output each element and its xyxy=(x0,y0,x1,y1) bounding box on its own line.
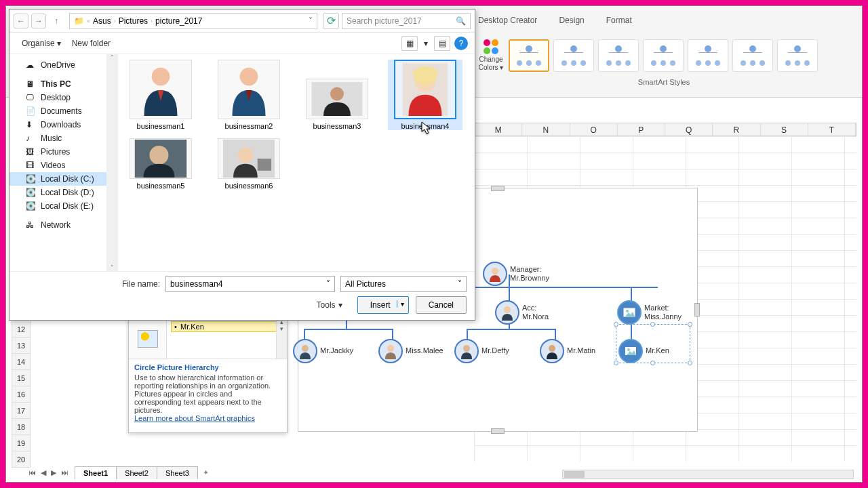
breadcrumb-segment[interactable]: picture_2017 xyxy=(155,16,202,26)
breadcrumb-dropdown[interactable]: ˅ xyxy=(309,16,313,26)
tree-disk-c[interactable]: 💽Local Disk (C:) xyxy=(9,172,117,186)
breadcrumb-segment[interactable]: Pictures xyxy=(119,16,148,26)
breadcrumb-segment[interactable]: Asus xyxy=(93,16,111,26)
forward-button[interactable]: → xyxy=(31,14,46,28)
smartart-style-3[interactable] xyxy=(598,39,639,72)
sheet-nav-next[interactable]: ▶ xyxy=(49,468,58,477)
tree-disk-e[interactable]: 💽Local Disk (E:) xyxy=(9,199,117,213)
row-13[interactable]: 13 xyxy=(12,338,31,354)
file-businessman6[interactable]: businessman6 xyxy=(212,138,286,190)
tree-network[interactable]: 🖧Network xyxy=(9,218,117,232)
avatar xyxy=(495,300,519,325)
org-node-manager[interactable]: Manager:Mr.Brownny xyxy=(483,262,549,286)
file-businessman5[interactable]: businessman5 xyxy=(123,138,198,190)
smartart-style-6[interactable] xyxy=(732,39,773,72)
col-o[interactable]: O xyxy=(570,123,618,136)
col-s[interactable]: S xyxy=(761,123,808,136)
col-m[interactable]: M xyxy=(475,123,522,136)
tree-downloads[interactable]: ⬇Downloads xyxy=(9,118,117,131)
organise-button[interactable]: Organise ▾ xyxy=(16,37,66,50)
tree-desktop[interactable]: 🖵Desktop xyxy=(9,91,117,104)
org-node-jackky[interactable]: Mr.Jackky xyxy=(293,339,353,363)
row-18[interactable]: 18 xyxy=(12,419,31,435)
tree-music[interactable]: ♪Music xyxy=(9,131,117,145)
org-node-malee[interactable]: Miss.Malee xyxy=(378,339,443,363)
row-14[interactable]: 14 xyxy=(12,354,31,370)
row-12[interactable]: 12 xyxy=(12,321,31,338)
view-mode-button[interactable]: ▦ xyxy=(401,36,418,51)
new-folder-button[interactable]: New folder xyxy=(66,37,116,50)
sheet-nav-prev[interactable]: ◀ xyxy=(39,468,48,477)
sheet-tab-1[interactable]: Sheet1 xyxy=(75,466,117,479)
row-headers: 12 13 14 15 16 17 18 19 20 xyxy=(12,321,31,468)
col-t[interactable]: T xyxy=(808,123,856,136)
sheet-tab-2[interactable]: Sheet2 xyxy=(116,466,157,479)
tree-pictures[interactable]: 🖼Pictures xyxy=(9,145,117,159)
smartart-style-5[interactable] xyxy=(688,39,728,72)
text-pane-list[interactable]: Mr.Ken ▴▾ xyxy=(167,319,287,359)
file-type-filter[interactable]: All Pictures˅ xyxy=(340,276,467,292)
view-mode-dropdown[interactable]: ▾ xyxy=(420,36,431,51)
tree-videos[interactable]: 🎞Videos xyxy=(9,159,117,172)
svg-point-4 xyxy=(302,345,309,352)
smartart-text-pane[interactable]: Mr.Ken ▴▾ Circle Picture Hierarchy Use t… xyxy=(128,318,288,433)
tools-button[interactable]: Tools▾ xyxy=(317,300,342,310)
change-colors-button[interactable]: Change Colors ▾ xyxy=(477,39,505,72)
org-node-acc[interactable]: Acc:Mr.Nora xyxy=(495,300,549,325)
tree-disk-d[interactable]: 💽Local Disk (D:) xyxy=(9,186,117,199)
tree-scrollbar[interactable]: ˄˅ xyxy=(106,54,117,271)
tree-this-pc[interactable]: 🖥This PC xyxy=(9,77,117,91)
text-pane-scrollbar[interactable]: ▴▾ xyxy=(276,319,287,359)
row-16[interactable]: 16 xyxy=(12,386,31,403)
horizontal-scrollbar[interactable] xyxy=(562,470,854,479)
sheet-nav-first[interactable]: ⏮ xyxy=(26,468,38,477)
row-19[interactable]: 19 xyxy=(12,435,31,451)
resize-handle-right[interactable] xyxy=(694,303,700,317)
smartart-style-2[interactable] xyxy=(553,39,594,72)
org-node-deffy[interactable]: Mr.Deffy xyxy=(454,339,509,363)
smartart-style-1[interactable] xyxy=(509,39,549,72)
row-17[interactable]: 17 xyxy=(12,403,31,419)
file-businessman3[interactable]: businessman3 xyxy=(300,60,374,130)
avatar xyxy=(483,262,507,286)
smartart-style-7[interactable] xyxy=(777,39,818,72)
filename-input[interactable]: businessman4˅ xyxy=(165,276,335,292)
new-sheet-button[interactable]: ✦ xyxy=(197,466,214,479)
file-businessman2[interactable]: businessman2 xyxy=(212,60,286,130)
smartart-style-4[interactable] xyxy=(643,39,684,72)
col-q[interactable]: Q xyxy=(665,123,713,136)
org-node-market[interactable]: Market:Miss.Janny xyxy=(617,300,682,325)
sheet-nav-last[interactable]: ⏭ xyxy=(59,468,71,477)
row-20[interactable]: 20 xyxy=(12,451,31,468)
text-pane-item[interactable]: Mr.Ken xyxy=(171,321,283,332)
cancel-button[interactable]: Cancel xyxy=(416,296,467,314)
sheet-tab-3[interactable]: Sheet3 xyxy=(157,466,198,479)
help-button[interactable]: ? xyxy=(454,37,468,50)
org-node-matin[interactable]: Mr.Matin xyxy=(540,339,595,363)
tab-format[interactable]: Format xyxy=(602,14,636,26)
refresh-button[interactable]: ⟳ xyxy=(323,13,339,29)
preview-pane-button[interactable]: ▤ xyxy=(434,36,450,51)
tab-desktop-creator[interactable]: Desktop Creator xyxy=(474,14,541,26)
insert-button[interactable]: Insert xyxy=(357,296,409,314)
resize-handle-top[interactable] xyxy=(491,186,505,191)
file-businessman1[interactable]: businessman1 xyxy=(123,60,198,130)
chevron-down-icon[interactable]: ˅ xyxy=(326,279,330,289)
col-n[interactable]: N xyxy=(522,123,570,136)
search-input[interactable]: Search picture_2017 🔍 xyxy=(342,13,471,29)
breadcrumb[interactable]: 📁 « Asus › Pictures › picture_2017 ˅ xyxy=(69,13,317,29)
resize-handle-bottom[interactable] xyxy=(491,428,505,434)
tab-design[interactable]: Design xyxy=(555,14,588,26)
col-p[interactable]: P xyxy=(618,123,665,136)
svg-point-1 xyxy=(504,306,511,313)
chevron-down-icon[interactable]: ˅ xyxy=(458,279,462,289)
tree-onedrive[interactable]: ☁OneDrive xyxy=(9,58,117,72)
file-businessman4[interactable]: businessman4 xyxy=(388,60,462,130)
up-button[interactable]: ↑ xyxy=(49,14,64,28)
col-r[interactable]: R xyxy=(713,123,760,136)
tree-documents[interactable]: 📄Documents xyxy=(9,104,117,118)
sheet-nav: ⏮ ◀ ▶ ⏭ xyxy=(26,468,71,477)
back-button[interactable]: ← xyxy=(14,14,28,28)
row-15[interactable]: 15 xyxy=(12,370,31,386)
learn-more-link[interactable]: Learn more about SmartArt graphics xyxy=(134,414,255,422)
